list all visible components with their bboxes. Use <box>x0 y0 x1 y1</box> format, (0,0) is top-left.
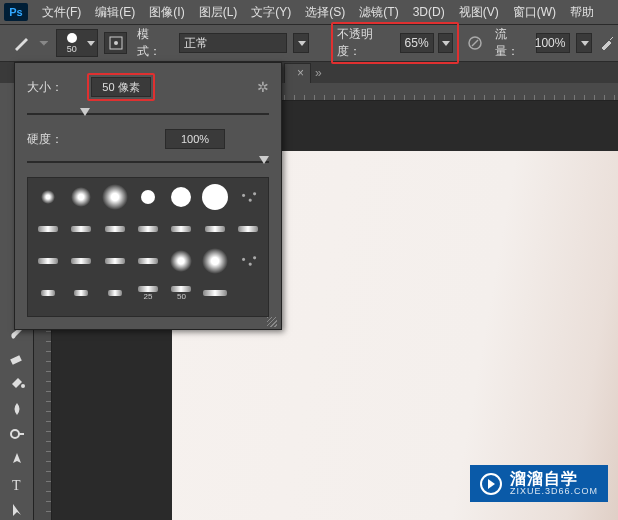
brush-preset[interactable] <box>65 246 96 276</box>
tool-paint-bucket[interactable] <box>4 374 30 393</box>
brush-icon <box>12 34 30 52</box>
brush-preset[interactable] <box>233 278 264 308</box>
brush-preset[interactable] <box>99 182 130 212</box>
mode-select[interactable]: 正常 <box>179 33 288 53</box>
flow-dropdown-button[interactable] <box>576 33 592 53</box>
opacity-input[interactable]: 65% <box>400 33 434 53</box>
brush-preset-picker[interactable]: 50 <box>56 29 98 57</box>
brush-size-slider[interactable] <box>27 107 269 121</box>
brush-preset-popup: 大小： 50 像素 ✲ 硬度： 100% <box>14 62 282 330</box>
svg-point-5 <box>11 430 19 438</box>
brush-preset[interactable] <box>233 246 264 276</box>
brush-preset[interactable] <box>233 214 264 244</box>
tabstrip-overflow[interactable]: » <box>315 66 322 80</box>
opacity-label: 不透明度： <box>337 26 396 60</box>
brush-size-highlight: 50 像素 <box>87 73 155 101</box>
resize-grip[interactable] <box>267 317 277 327</box>
tool-preset-caret: ⏷ <box>38 36 50 50</box>
flow-label: 流量： <box>495 26 530 60</box>
brush-preset[interactable] <box>99 246 130 276</box>
flow-input[interactable]: 100% <box>536 33 570 53</box>
tool-dodge[interactable] <box>4 425 30 444</box>
brush-panel-toggle[interactable] <box>104 32 128 54</box>
slider-thumb[interactable] <box>80 108 90 116</box>
svg-point-4 <box>21 384 25 388</box>
pressure-opacity-button[interactable] <box>465 33 485 53</box>
brush-preset[interactable] <box>65 214 96 244</box>
brush-hardness-value: 100% <box>181 133 209 145</box>
flow-value: 100% <box>535 36 566 50</box>
close-icon[interactable]: × <box>297 66 304 80</box>
watermark: 溜溜自学 ZIXUE.3D66.COM <box>470 465 608 502</box>
brush-hardness-input[interactable]: 100% <box>165 129 225 149</box>
slider-thumb[interactable] <box>259 156 269 164</box>
brush-preset[interactable] <box>32 214 63 244</box>
tool-eraser[interactable] <box>4 348 30 367</box>
menu-help[interactable]: 帮助 <box>564 2 600 23</box>
tool-type[interactable]: T <box>4 475 30 494</box>
brush-preset[interactable] <box>233 182 264 212</box>
brush-preset[interactable] <box>65 278 96 308</box>
brush-preset[interactable] <box>199 182 230 212</box>
brush-preset[interactable] <box>99 214 130 244</box>
chevron-down-icon <box>581 41 589 46</box>
tool-preset-button[interactable] <box>10 32 32 54</box>
menu-3d[interactable]: 3D(D) <box>407 3 451 21</box>
brush-preset[interactable] <box>166 182 197 212</box>
menu-select[interactable]: 选择(S) <box>299 2 351 23</box>
brush-thumb-size: 50 <box>67 44 77 54</box>
opacity-value: 65% <box>405 36 429 50</box>
brush-preset[interactable] <box>199 246 230 276</box>
brush-size-value: 50 像素 <box>102 80 139 95</box>
slider-track <box>27 161 269 163</box>
brush-preset[interactable] <box>65 182 96 212</box>
brush-size-label: 大小： <box>27 79 87 96</box>
brush-preset[interactable] <box>199 278 230 308</box>
brush-preset[interactable] <box>132 246 163 276</box>
menu-image[interactable]: 图像(I) <box>143 2 190 23</box>
svg-text:T: T <box>12 478 21 493</box>
svg-point-1 <box>114 41 118 45</box>
brush-size-input[interactable]: 50 像素 <box>91 77 151 97</box>
brush-preset[interactable] <box>199 214 230 244</box>
play-icon <box>480 473 502 495</box>
brush-preset[interactable] <box>166 214 197 244</box>
menu-edit[interactable]: 编辑(E) <box>89 2 141 23</box>
menu-layer[interactable]: 图层(L) <box>193 2 244 23</box>
menu-type[interactable]: 文字(Y) <box>245 2 297 23</box>
tablet-pressure-icon <box>466 34 484 52</box>
chevron-down-icon <box>87 41 95 46</box>
mode-label: 模式： <box>137 26 172 60</box>
brush-preset[interactable] <box>166 246 197 276</box>
menu-window[interactable]: 窗口(W) <box>507 2 562 23</box>
brush-preset[interactable]: 50 <box>166 278 197 308</box>
menu-view[interactable]: 视图(V) <box>453 2 505 23</box>
brush-preset[interactable] <box>32 182 63 212</box>
airbrush-button[interactable] <box>598 33 618 53</box>
brush-preset[interactable]: 25 <box>132 278 163 308</box>
ps-logo: Ps <box>4 3 28 21</box>
menu-file[interactable]: 文件(F) <box>36 2 87 23</box>
mode-dropdown-button[interactable] <box>293 33 309 53</box>
options-bar: ⏷ 50 模式： 正常 不透明度： 65% 流量： 100% <box>0 25 618 61</box>
airbrush-icon <box>599 34 617 52</box>
brush-hardness-slider[interactable] <box>27 155 269 169</box>
brush-preset[interactable] <box>99 278 130 308</box>
chevron-down-icon <box>442 41 450 46</box>
document-tab[interactable]: × <box>284 63 311 83</box>
brush-preset[interactable] <box>32 246 63 276</box>
svg-rect-3 <box>10 355 22 365</box>
brush-preset-grid: 25 50 <box>27 177 269 317</box>
watermark-url: ZIXUE.3D66.COM <box>510 487 598 496</box>
opacity-dropdown-button[interactable] <box>438 33 454 53</box>
brush-preset[interactable] <box>32 278 63 308</box>
brush-preset-size: 25 <box>144 292 153 301</box>
tool-blur[interactable] <box>4 399 30 418</box>
tool-pen[interactable] <box>4 450 30 469</box>
brush-preset[interactable] <box>132 214 163 244</box>
tool-path-selection[interactable] <box>4 501 30 520</box>
brush-preset[interactable] <box>132 182 163 212</box>
menu-filter[interactable]: 滤镜(T) <box>353 2 404 23</box>
gear-icon[interactable]: ✲ <box>257 79 269 95</box>
mode-value: 正常 <box>184 35 208 52</box>
